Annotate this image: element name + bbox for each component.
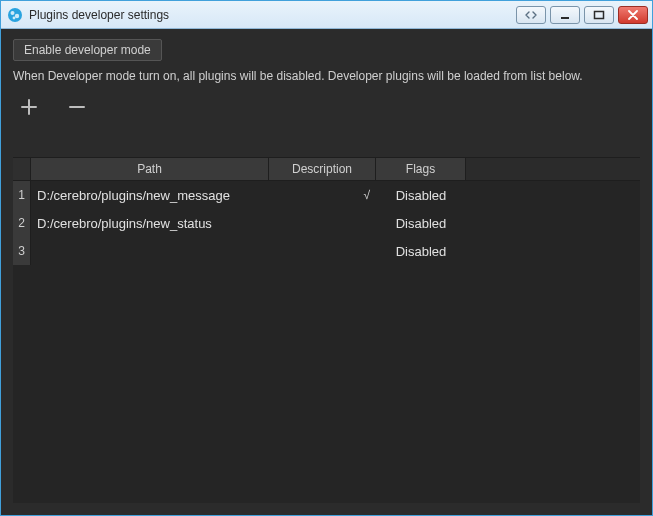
table-header-row: Path Description Flags (13, 158, 640, 181)
window-title: Plugins developer settings (29, 8, 169, 22)
row-number: 2 (13, 209, 31, 237)
svg-rect-4 (561, 17, 569, 19)
table-row[interactable]: 1 D:/cerebro/plugins/new_message √ Disab… (13, 181, 640, 209)
row-number: 1 (13, 181, 31, 209)
table-body: 1 D:/cerebro/plugins/new_message √ Disab… (13, 181, 640, 265)
titlebar[interactable]: Plugins developer settings (1, 1, 652, 29)
svg-point-2 (15, 13, 19, 17)
minimize-button[interactable] (550, 6, 580, 24)
plus-icon (19, 97, 39, 117)
svg-point-0 (8, 8, 22, 22)
header-rownum (13, 158, 31, 180)
cell-flags[interactable]: Disabled (376, 237, 466, 265)
header-flags[interactable]: Flags (376, 158, 466, 180)
cell-path[interactable]: D:/cerebro/plugins/new_status (31, 209, 269, 237)
minus-icon (67, 97, 87, 117)
cell-description[interactable]: √ (269, 181, 376, 209)
app-icon (7, 7, 23, 23)
cell-path[interactable]: D:/cerebro/plugins/new_message (31, 181, 269, 209)
cell-description[interactable] (269, 237, 376, 265)
cell-description[interactable] (269, 209, 376, 237)
header-description[interactable]: Description (269, 158, 376, 180)
maximize-button[interactable] (584, 6, 614, 24)
svg-rect-5 (595, 11, 604, 18)
enable-developer-mode-button[interactable]: Enable developer mode (13, 39, 162, 61)
remove-button[interactable] (65, 95, 89, 119)
close-button[interactable] (618, 6, 648, 24)
add-button[interactable] (17, 95, 41, 119)
cell-path[interactable] (31, 237, 269, 265)
table-row[interactable]: 3 Disabled (13, 237, 640, 265)
icon-row (13, 95, 640, 119)
expand-button[interactable] (516, 6, 546, 24)
body: Enable developer mode When Developer mod… (1, 29, 652, 515)
cell-flags[interactable]: Disabled (376, 181, 466, 209)
svg-point-1 (11, 11, 15, 15)
window: Plugins developer settings Enable develo… (0, 0, 653, 516)
table-row[interactable]: 2 D:/cerebro/plugins/new_status Disabled (13, 209, 640, 237)
subtext: When Developer mode turn on, all plugins… (13, 69, 640, 83)
header-path[interactable]: Path (31, 158, 269, 180)
plugins-table: Path Description Flags 1 D:/cerebro/plug… (13, 157, 640, 503)
row-number: 3 (13, 237, 31, 265)
cell-flags[interactable]: Disabled (376, 209, 466, 237)
check-icon: √ (363, 188, 370, 202)
header-spacer (466, 158, 640, 180)
svg-point-3 (13, 16, 16, 19)
